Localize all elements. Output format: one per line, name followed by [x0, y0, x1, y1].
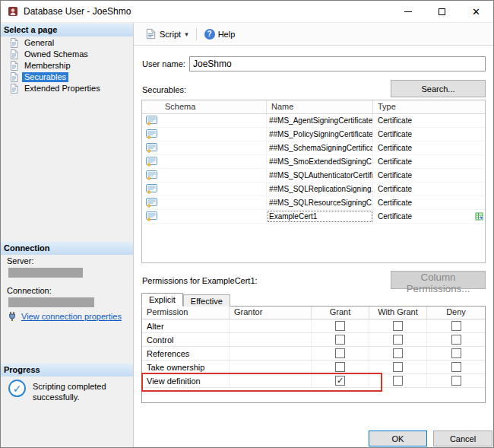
tab-explicit[interactable]: Explicit: [141, 293, 183, 307]
toolbar-separator: [196, 28, 197, 40]
minimize-button[interactable]: [391, 1, 425, 22]
grantor-cell: [230, 319, 312, 332]
type-cell: Certificate: [373, 212, 474, 221]
sidebar-item-extended-properties[interactable]: Extended Properties: [1, 83, 133, 94]
column-header-deny[interactable]: Deny: [427, 307, 485, 319]
permission-row[interactable]: References ✓ ✓ ✓: [142, 347, 485, 361]
certificate-icon: [142, 198, 160, 208]
securables-row[interactable]: ##MS_SQLReplicationSigning... Certificat…: [142, 183, 485, 196]
securables-row[interactable]: ExampleCert1 Certificate: [142, 210, 485, 224]
permission-name-cell: Take ownership: [142, 361, 230, 373]
success-icon: ✓: [8, 380, 26, 397]
with-grant-checkbox[interactable]: ✓: [393, 335, 403, 345]
sidebar-item-owned-schemas[interactable]: Owned Schemas: [1, 49, 133, 60]
checkmark-glyph: ✓: [13, 383, 22, 395]
sidebar-item-securables[interactable]: Securables: [1, 71, 133, 83]
schema-cell: [160, 141, 267, 154]
toolbar: Script ▾ ? Help: [134, 23, 493, 46]
permission-name-cell: References: [142, 347, 230, 360]
grantor-cell: [230, 361, 312, 373]
name-cell: ##MS_SchemaSigningCertifica...: [267, 141, 373, 154]
name-cell: ##MS_SQLAuthenticatorCertifi...: [267, 169, 373, 182]
type-cell: Certificate: [373, 199, 474, 207]
type-cell: Certificate: [373, 171, 474, 180]
securables-row[interactable]: ##MS_SmoExtendedSigningC... Certificate: [142, 155, 485, 169]
certificate-icon: [142, 143, 160, 153]
with-grant-checkbox[interactable]: ✓: [393, 362, 403, 372]
name-cell: ##MS_PolicySigningCertificate: [267, 128, 373, 141]
close-button[interactable]: ✕: [459, 1, 493, 22]
column-header-with-grant[interactable]: With Grant: [369, 307, 427, 319]
sidebar-item-membership[interactable]: Membership: [1, 60, 133, 71]
progress-status: Scripting completed successfully.: [33, 382, 128, 403]
view-connection-row: View connection properties: [7, 311, 122, 322]
grant-checkbox[interactable]: ✓: [335, 376, 345, 386]
grant-checkbox[interactable]: ✓: [335, 335, 345, 345]
sidebar-item-label: Owned Schemas: [22, 49, 90, 59]
column-header-type[interactable]: Type: [373, 100, 485, 113]
deny-checkbox[interactable]: ✓: [451, 348, 461, 358]
sidebar-item-general[interactable]: General: [1, 37, 133, 49]
row-indicator-icon: [474, 170, 485, 180]
with-grant-checkbox[interactable]: ✓: [393, 321, 403, 331]
certificate-icon: [142, 211, 160, 221]
securables-row[interactable]: ##MS_PolicySigningCertificate Certificat…: [142, 128, 485, 141]
name-cell: ExampleCert1: [267, 210, 373, 223]
securables-row[interactable]: ##MS_SchemaSigningCertifica... Certifica…: [142, 141, 485, 155]
deny-checkbox[interactable]: ✓: [451, 362, 461, 372]
securables-label: Securables:: [142, 85, 186, 94]
schema-cell: [160, 155, 267, 168]
securables-row[interactable]: ##MS_AgentSigningCertificate Certificate: [142, 114, 485, 128]
search-button[interactable]: Search...: [391, 80, 486, 97]
type-cell: Certificate: [373, 130, 474, 138]
grant-checkbox[interactable]: ✓: [335, 348, 345, 358]
view-connection-link[interactable]: View connection properties: [21, 312, 122, 321]
view-connection-icon: [7, 311, 17, 322]
securables-row[interactable]: ##MS_SQLResourceSigningC... Certificate: [142, 196, 485, 210]
grant-checkbox[interactable]: ✓: [335, 321, 345, 331]
type-cell: Certificate: [373, 157, 474, 166]
sidebar-item-label: General: [22, 38, 56, 48]
deny-checkbox[interactable]: ✓: [451, 376, 461, 386]
column-header-name[interactable]: Name: [267, 100, 373, 113]
cancel-button[interactable]: Cancel: [433, 431, 492, 446]
row-indicator-icon: [474, 184, 485, 194]
securables-row[interactable]: ##MS_SQLAuthenticatorCertifi... Certific…: [142, 169, 485, 183]
ok-button[interactable]: OK: [369, 431, 427, 446]
column-permissions-button[interactable]: Column Permissions...: [391, 271, 486, 289]
permission-row[interactable]: Alter ✓ ✓ ✓: [142, 319, 485, 333]
page-tree: General Owned Schemas Membership Securab…: [1, 37, 133, 94]
maximize-icon: [439, 8, 445, 15]
help-button[interactable]: ? Help: [201, 27, 239, 42]
page-icon: [10, 72, 18, 82]
permission-name-cell: Control: [142, 333, 230, 346]
permission-row[interactable]: Control ✓ ✓ ✓: [142, 333, 485, 347]
column-header-grantor[interactable]: Grantor: [230, 307, 312, 319]
column-header-schema[interactable]: Schema: [142, 100, 267, 113]
row-indicator-icon: [474, 211, 485, 221]
grant-checkbox[interactable]: ✓: [335, 362, 345, 372]
deny-checkbox[interactable]: ✓: [451, 321, 461, 331]
securables-table-header: Schema Name Type: [142, 100, 485, 114]
deny-checkbox[interactable]: ✓: [451, 335, 461, 345]
permission-row[interactable]: Take ownership ✓ ✓ ✓: [142, 361, 485, 374]
user-name-input[interactable]: [189, 56, 486, 71]
column-header-grant[interactable]: Grant: [312, 307, 369, 319]
type-cell: Certificate: [373, 144, 474, 152]
name-cell: ##MS_AgentSigningCertificate: [267, 114, 373, 127]
grantor-cell: [230, 374, 312, 387]
chevron-down-icon[interactable]: ▾: [185, 30, 188, 38]
help-label: Help: [218, 30, 236, 39]
row-indicator-icon: [474, 129, 485, 139]
maximize-button[interactable]: [425, 1, 459, 22]
permissions-table: Permission Grantor Grant With Grant Deny…: [141, 306, 486, 403]
script-button[interactable]: Script ▾: [141, 26, 192, 42]
main-panel: Script ▾ ? Help User name: Securables: S…: [134, 23, 493, 447]
with-grant-checkbox[interactable]: ✓: [393, 348, 403, 358]
with-grant-checkbox[interactable]: ✓: [393, 376, 403, 386]
permission-row[interactable]: View definition ✓ ✓ ✓: [142, 374, 485, 388]
tab-effective[interactable]: Effective: [183, 294, 230, 307]
column-header-permission[interactable]: Permission: [142, 307, 230, 319]
minimize-icon: [404, 11, 412, 12]
server-value-redacted: [8, 268, 83, 278]
